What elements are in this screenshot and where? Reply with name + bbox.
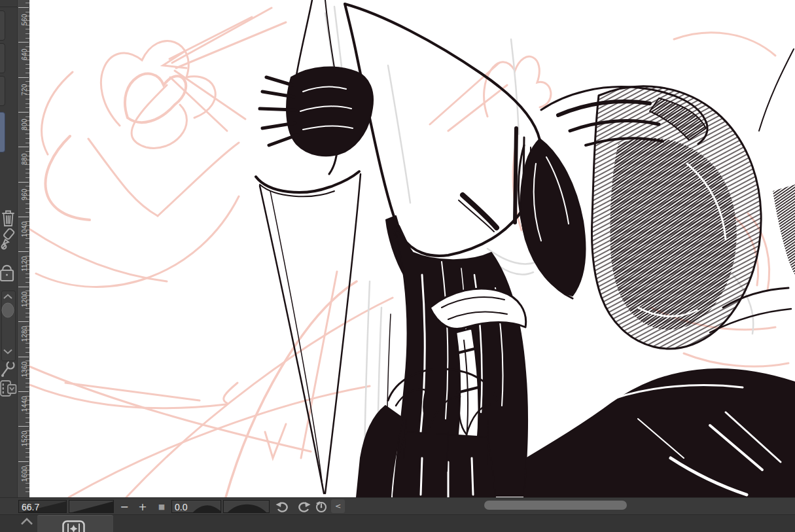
ruler-major-tick [18,321,29,322]
ruler-major-tick [18,251,29,252]
ruler-major-tick [18,42,29,43]
wrench-icon[interactable] [0,359,16,379]
selected-tool[interactable] [0,112,5,152]
zoom-value[interactable]: 66.7 [22,502,39,512]
zoom-slider[interactable] [69,500,114,513]
bottombar [0,514,795,532]
collapse-button[interactable]: < [331,499,345,513]
ruler-major-tick [18,182,29,183]
ruler-major-tick [18,391,29,392]
toolbox-divider [0,7,17,7]
chevron-up-icon[interactable] [20,518,33,525]
lock-icon[interactable] [0,260,15,284]
ruler-label: 1520 [20,433,28,445]
toolbox-panel [0,0,17,497]
chevron-up-icon[interactable] [3,294,13,300]
film-options-icon[interactable] [0,380,17,398]
app-window: 5606407208008809601040112012001280136014… [0,0,795,532]
undo-arrow-icon[interactable] [275,501,291,512]
ruler: 5606407208008809601040112012001280136014… [17,0,29,497]
zoom-fit-button[interactable]: ■ [154,500,169,513]
statusbar: 66.7 − + ■ 0.0 [0,497,795,514]
trash-icon[interactable] [1,208,16,228]
rotation-value-box[interactable]: 0.0 [171,500,221,513]
stamp-slash-icon[interactable] [0,228,16,250]
ink-layer [256,0,795,497]
ruler-label: 1280 [20,328,28,340]
zoom-value-box[interactable]: 66.7 [18,500,67,513]
page-tab-icon [62,520,86,532]
ruler-label: 720 [20,83,28,96]
reset-rotation-icon[interactable] [314,501,330,512]
zoom-slider-wedge-icon [69,501,114,513]
ruler-major-tick [18,287,29,287]
ruler-major-tick [18,147,29,147]
ruler-major-tick [18,357,29,357]
ruler-major-tick [18,426,29,427]
ruler-label: 640 [20,48,28,61]
ruler-major-tick [18,217,29,217]
ruler-major-tick [18,7,29,8]
ruler-label: 880 [20,153,28,166]
rotation-slider-hump-icon [224,501,270,513]
canvas-artwork [29,0,795,497]
chevron-down-icon[interactable] [3,349,13,355]
canvas-tab[interactable] [37,515,113,532]
tool-button-1[interactable] [0,10,5,41]
ruler-label: 1440 [20,397,28,410]
rotation-value[interactable]: 0.0 [175,502,187,512]
scroll-knob[interactable] [1,302,14,318]
zoom-out-button[interactable]: − [116,500,132,513]
ruler-major-tick [18,77,29,78]
horizontal-scrollbar-thumb[interactable] [484,501,627,510]
tool-button-2[interactable] [0,43,5,73]
ruler-major-tick [18,112,29,113]
ruler-label: 1120 [20,258,28,270]
zoom-in-button[interactable]: + [135,500,150,513]
redo-arrow-icon[interactable] [296,501,311,512]
canvas[interactable] [29,0,795,497]
ruler-label: 1040 [20,223,28,236]
ruler-major-tick [18,461,29,462]
tool-button-3[interactable] [0,76,5,106]
rotation-slider[interactable] [223,500,270,513]
